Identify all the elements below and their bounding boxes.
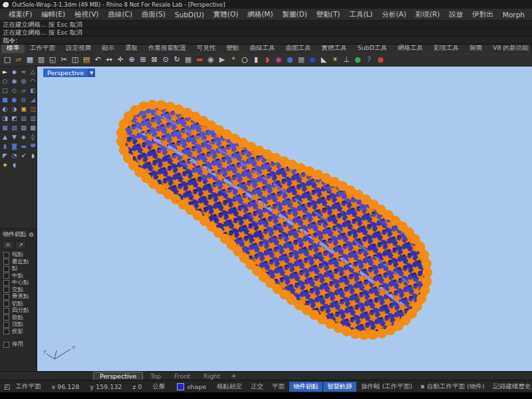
grid-icon[interactable]: ▩: [29, 124, 37, 132]
toolbar-tab-1[interactable]: 工作平面: [25, 45, 61, 53]
viewport-layout-icon[interactable]: ▦: [183, 55, 194, 65]
menu-item-16[interactable]: 視窗(W): [529, 9, 532, 20]
rectangle-icon[interactable]: □: [1, 86, 9, 95]
add-viewport-button[interactable]: +: [227, 372, 239, 380]
lock-icon[interactable]: ▮: [251, 55, 261, 65]
ellipse-icon[interactable]: ◉: [10, 77, 19, 86]
layer-selector[interactable]: shape: [170, 383, 213, 390]
move-icon[interactable]: ✛: [115, 55, 126, 65]
box-icon[interactable]: ■: [1, 96, 9, 104]
sun-icon[interactable]: ☀: [330, 55, 340, 65]
viewport-title-chip[interactable]: Perspective ▼: [43, 68, 95, 77]
lightbulb-icon[interactable]: ○: [239, 55, 250, 65]
check-icon[interactable]: ✓: [19, 152, 28, 160]
viewport-tab-front[interactable]: Front: [168, 372, 196, 380]
fillet-icon[interactable]: ◐: [1, 105, 9, 114]
hatch-icon[interactable]: ▧: [10, 124, 19, 132]
osnap-tool-0-icon[interactable]: ∩: [3, 241, 13, 249]
command-prompt[interactable]: 指令:: [0, 37, 532, 45]
menu-item-3[interactable]: 曲線(C): [103, 9, 137, 20]
status-toggle-1[interactable]: 正交: [247, 382, 267, 392]
curve-icon[interactable]: ≈: [19, 68, 28, 76]
status-toggle-5[interactable]: 操作軸 (工作平面): [357, 382, 416, 392]
pan-hand-icon[interactable]: ↔: [104, 55, 114, 65]
menu-item-14[interactable]: 伊對出: [467, 9, 498, 20]
cylinder-icon[interactable]: ◍: [19, 96, 28, 104]
analyze-icon[interactable]: ◊: [29, 133, 37, 142]
color-wheel-icon[interactable]: ◉: [273, 55, 284, 65]
join-icon[interactable]: ◨: [1, 114, 9, 123]
menu-item-9[interactable]: 變動(T): [312, 9, 345, 20]
outsole-3d-model[interactable]: [37, 66, 530, 371]
checkbox-icon[interactable]: [3, 301, 9, 307]
point-icon[interactable]: ◆: [10, 68, 19, 76]
cone-icon[interactable]: ◢: [29, 96, 37, 104]
control-points-icon[interactable]: △: [29, 68, 37, 76]
extrude-icon[interactable]: ▬: [19, 142, 28, 151]
link-tool-icon[interactable]: ◉: [205, 55, 216, 65]
toolbar-tab-14[interactable]: 製圖: [464, 45, 487, 53]
checkbox-icon[interactable]: [3, 287, 9, 293]
toolbar-tab-0[interactable]: 標準: [1, 45, 25, 53]
select-arrow-icon[interactable]: ►: [1, 68, 9, 76]
viewport-tab-top[interactable]: Top: [144, 372, 167, 380]
zoom-extents-icon[interactable]: ⊠: [149, 55, 160, 65]
export-doc-icon[interactable]: ◱: [47, 55, 58, 65]
arc-icon[interactable]: ◠: [29, 77, 37, 86]
menu-item-11[interactable]: 分析(A): [377, 9, 410, 20]
menu-item-0[interactable]: 檔案(F): [4, 9, 37, 20]
plane-icon[interactable]: ▱: [19, 86, 28, 95]
mesh-icon[interactable]: ▦: [1, 124, 9, 132]
checkbox-icon[interactable]: [3, 273, 9, 279]
print-icon[interactable]: ▥: [36, 55, 47, 65]
tools-settings-icon[interactable]: *: [228, 55, 239, 65]
toolbar-tab-9[interactable]: 曲面工具: [281, 45, 317, 53]
osnap-item-1[interactable]: 最近點: [1, 259, 35, 266]
checkbox-icon[interactable]: [3, 329, 9, 334]
menu-item-15[interactable]: Morph: [498, 10, 529, 19]
menu-item-2[interactable]: 檢視(V): [70, 9, 103, 20]
viewport-tab-right[interactable]: Right: [198, 372, 226, 380]
status-toggle-0[interactable]: 格點鎖定: [213, 382, 246, 392]
status-toggle-2[interactable]: 平面: [268, 382, 289, 392]
osnap-tool-1-icon[interactable]: ↗: [15, 241, 26, 249]
toolbar-tab-3[interactable]: 顯示: [96, 45, 120, 53]
view-eye-icon[interactable]: ◎: [19, 77, 28, 86]
zoom-window-icon[interactable]: ⊞: [138, 55, 148, 65]
mirror-icon[interactable]: ▥: [29, 114, 37, 123]
perspective-viewport[interactable]: Perspective ▼: [37, 66, 532, 371]
mask-icon[interactable]: ◗: [29, 152, 37, 160]
blend-icon[interactable]: ◑: [10, 105, 19, 114]
checkbox-icon[interactable]: [3, 294, 9, 300]
copy-icon[interactable]: ◫: [70, 55, 80, 65]
checkbox-icon[interactable]: [3, 266, 9, 272]
loft-icon[interactable]: ◙: [10, 142, 19, 151]
save-file-icon[interactable]: ▦: [25, 55, 35, 65]
lamp-icon[interactable]: ★: [1, 161, 9, 170]
gear-icon[interactable]: ⚙: [29, 231, 34, 238]
circle-icon[interactable]: ○: [1, 77, 9, 86]
menu-item-1[interactable]: 編輯(E): [37, 9, 70, 20]
toolbar-tab-15[interactable]: V8 的新功能: [487, 45, 532, 53]
cplane-selector[interactable]: 工作平面: [10, 382, 46, 391]
status-toggle-4[interactable]: 智慧軌跡: [323, 382, 356, 392]
trim-icon[interactable]: ▣: [19, 105, 28, 114]
menu-item-10[interactable]: 工具(L): [344, 9, 377, 20]
viewport-tab-perspective[interactable]: Perspective: [93, 372, 143, 380]
checkbox-icon[interactable]: [3, 342, 9, 348]
help-icon[interactable]: ?: [364, 55, 374, 65]
sphere-icon[interactable]: ●: [10, 96, 19, 104]
boolean-icon[interactable]: ◩: [10, 114, 19, 123]
chevron-down-icon[interactable]: ▼: [88, 68, 95, 77]
render-sphere-icon[interactable]: ●: [307, 55, 318, 65]
chat-icon[interactable]: ●: [375, 55, 386, 65]
toolbar-tab-10[interactable]: 實體工具: [317, 45, 352, 53]
menu-item-12[interactable]: 彩現(R): [411, 9, 445, 20]
surface-icon[interactable]: ◧: [29, 86, 37, 95]
toolbar-tab-12[interactable]: 網格工具: [392, 45, 428, 53]
misc-tool-icon[interactable]: ◖: [10, 161, 19, 170]
zoom-selected-icon[interactable]: ⊙: [160, 55, 171, 65]
status-toggle-7[interactable]: 記錄建構歷史: [489, 382, 532, 392]
menu-item-7[interactable]: 網格(M): [243, 9, 277, 20]
toolbar-tab-4[interactable]: 選取: [120, 45, 143, 53]
